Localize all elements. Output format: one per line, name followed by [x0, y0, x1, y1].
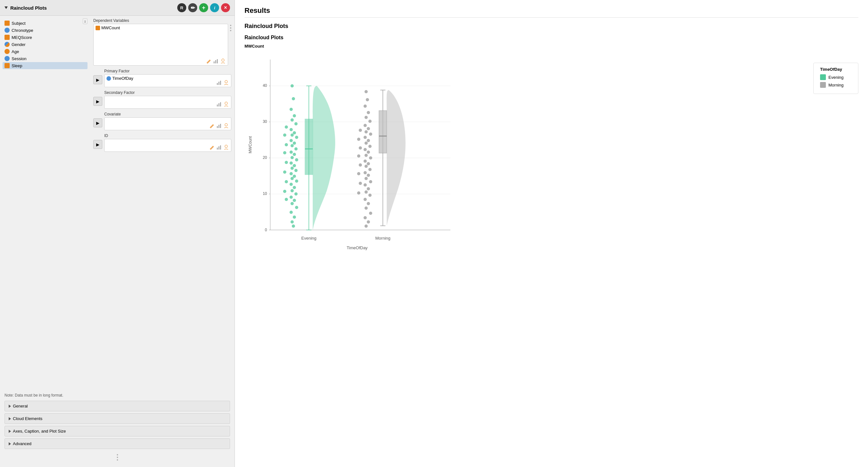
left-panel: Raincloud Plots R ✏ + i × ↕ Subject Chro… [0, 0, 235, 467]
svg-rect-16 [217, 148, 218, 150]
r-button[interactable]: R [177, 3, 186, 12]
secondary-factor-box[interactable] [104, 96, 231, 109]
list-item[interactable]: Session [3, 55, 88, 62]
svg-point-79 [285, 161, 288, 164]
svg-point-90 [365, 90, 368, 93]
svg-point-71 [289, 211, 293, 214]
id-box[interactable] [104, 139, 231, 152]
svg-rect-14 [220, 124, 221, 128]
svg-point-111 [368, 168, 372, 171]
collapsible-header[interactable]: Advanced [5, 439, 230, 449]
svg-point-115 [369, 180, 372, 183]
primary-factor-arrow[interactable]: ▶ [93, 75, 102, 84]
svg-point-11 [225, 102, 227, 104]
id-group: ID [104, 133, 231, 152]
svg-point-99 [369, 132, 372, 136]
svg-point-104 [364, 148, 367, 151]
list-item[interactable]: Gender [3, 41, 88, 48]
list-item[interactable]: Chronotype [3, 27, 88, 34]
field-value-icon [106, 76, 111, 81]
svg-point-107 [369, 156, 372, 159]
add-button[interactable]: + [199, 3, 208, 12]
variable-icon [4, 35, 10, 40]
list-item[interactable]: Age [3, 48, 88, 55]
primary-factor-item: TimeOfDay [106, 76, 133, 81]
chart-icon [216, 101, 222, 107]
secondary-factor-arrow[interactable]: ▶ [93, 97, 102, 106]
collapse-icon[interactable] [4, 6, 8, 9]
list-item[interactable]: Subject [3, 20, 83, 27]
secondary-factor-label: Secondary Factor [104, 90, 231, 95]
right-panel: Results Raincloud Plots Raincloud Plots … [235, 0, 868, 467]
group-icon [223, 123, 229, 129]
svg-point-63 [289, 183, 293, 186]
svg-point-70 [295, 206, 298, 209]
primary-factor-box[interactable]: TimeOfDay [104, 74, 231, 87]
svg-point-98 [365, 130, 368, 133]
axes-collapsible[interactable]: Axes, Caption, and Plot Size [4, 426, 230, 436]
dependent-variables-value: MWCount [101, 25, 120, 30]
svg-point-105 [367, 151, 370, 154]
svg-rect-87 [305, 119, 313, 175]
svg-point-128 [357, 138, 360, 141]
svg-text:0: 0 [265, 228, 267, 232]
list-item[interactable]: MEQScore [3, 34, 88, 41]
svg-rect-18 [220, 145, 221, 150]
group-icon [223, 101, 229, 107]
panel-title: Raincloud Plots [10, 5, 46, 11]
svg-rect-6 [220, 81, 221, 85]
id-arrow[interactable]: ▶ [93, 140, 102, 149]
variable-icon [4, 49, 10, 54]
collapsible-header[interactable]: General [5, 401, 230, 411]
raincloud-chart: 0 10 20 30 40 MWCount [245, 50, 463, 256]
dependent-variables-box[interactable]: MWCount [93, 24, 228, 66]
dot [230, 27, 231, 29]
list-item[interactable]: Sleep [3, 62, 88, 69]
svg-point-53 [290, 156, 294, 159]
edit-button[interactable]: ✏ [188, 3, 197, 12]
legend-item-morning: Morning [820, 82, 851, 88]
close-button[interactable]: × [221, 3, 230, 12]
svg-rect-12 [217, 126, 218, 128]
expand-icon [9, 442, 11, 445]
note-text: Note: Data must be in long format. [4, 393, 230, 398]
plot-subtitle: Raincloud Plots [245, 35, 858, 40]
covariate-arrow[interactable]: ▶ [93, 118, 102, 127]
results-title: Results [245, 6, 858, 18]
svg-point-132 [357, 172, 360, 175]
sort-button[interactable]: ↕ [83, 18, 88, 24]
field-icons [206, 58, 226, 64]
variable-icon [4, 21, 10, 26]
dependent-variables-label: Dependent Variables [93, 18, 228, 23]
svg-text:20: 20 [263, 155, 267, 160]
svg-rect-9 [218, 103, 219, 106]
svg-point-48 [293, 142, 296, 145]
svg-point-100 [364, 136, 367, 139]
cloud-elements-collapsible[interactable]: Cloud Elements [4, 413, 230, 424]
covariate-box[interactable] [104, 117, 231, 130]
general-collapsible[interactable]: General [4, 401, 230, 411]
group-icon [223, 145, 229, 150]
svg-point-83 [285, 198, 288, 201]
pencil-icon [206, 58, 212, 64]
svg-point-91 [366, 98, 369, 101]
svg-point-59 [289, 172, 293, 175]
info-button[interactable]: i [210, 3, 219, 12]
svg-point-41 [290, 118, 294, 122]
collapsible-header[interactable]: Cloud Elements [5, 414, 230, 424]
field-icons [209, 145, 229, 150]
advanced-collapsible[interactable]: Advanced [4, 438, 230, 449]
dot [230, 25, 231, 26]
collapsible-label: Axes, Caption, and Plot Size [13, 429, 66, 434]
svg-text:40: 40 [263, 83, 267, 88]
svg-point-78 [283, 151, 286, 154]
svg-point-102 [365, 142, 368, 145]
pencil-icon [209, 145, 215, 150]
chart-icon [216, 145, 222, 150]
svg-point-82 [283, 190, 286, 193]
collapsible-header[interactable]: Axes, Caption, and Plot Size [5, 426, 230, 436]
config-section: Dependent Variables MWCount [90, 16, 235, 390]
pencil-icon [209, 123, 215, 129]
chart-icon [216, 80, 222, 86]
svg-point-46 [295, 136, 298, 139]
